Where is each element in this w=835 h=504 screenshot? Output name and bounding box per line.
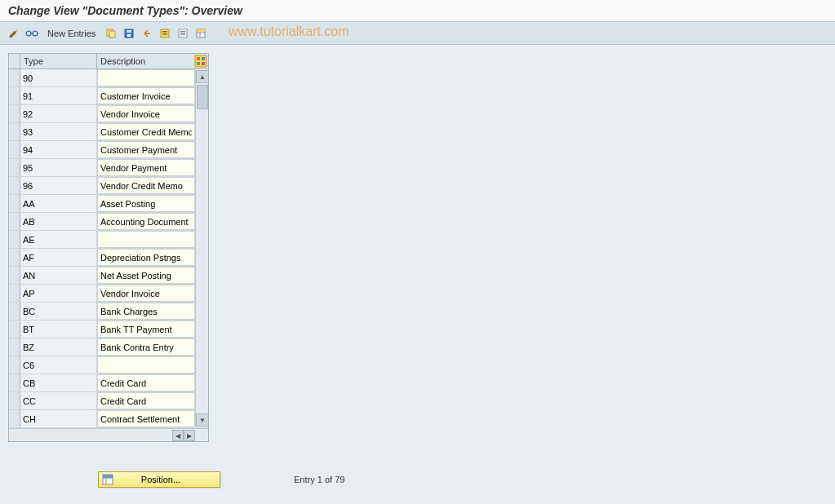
description-input[interactable] [97, 249, 195, 266]
undo-icon[interactable] [140, 26, 154, 41]
cell-type: 90 [20, 69, 97, 86]
table-config-icon[interactable] [194, 55, 207, 68]
table-body: 90919293949596AAABAEAFANAPBCBTBZC6CBCCCH [9, 69, 208, 428]
scroll-up-button[interactable]: ▲ [196, 70, 209, 83]
description-input[interactable] [97, 285, 195, 302]
scroll-right-button[interactable]: ▶ [184, 430, 195, 441]
position-button[interactable]: Position... [98, 471, 220, 488]
row-selector[interactable] [9, 123, 20, 140]
table-row: CH [9, 410, 208, 428]
copy-icon[interactable] [104, 26, 118, 41]
svg-rect-7 [127, 34, 131, 37]
description-input[interactable] [97, 267, 195, 284]
table-row: BT [9, 321, 208, 338]
row-selector[interactable] [9, 87, 20, 104]
description-input[interactable] [97, 374, 195, 391]
description-input[interactable] [97, 105, 195, 122]
table-row: AP [9, 285, 208, 303]
description-input[interactable] [97, 213, 195, 230]
cell-description [97, 374, 195, 391]
cell-description [97, 195, 195, 212]
table-row: AN [9, 267, 208, 285]
data-table: Type Description 90919293949596AAABAEAFA… [8, 53, 209, 442]
cell-type: BC [20, 303, 97, 320]
svg-rect-9 [162, 31, 167, 33]
description-input[interactable] [97, 303, 195, 320]
table-row: 90 [9, 69, 208, 87]
table-row: AB [9, 213, 208, 231]
table-row: 96 [9, 177, 208, 195]
column-header-type[interactable]: Type [20, 54, 97, 69]
svg-rect-19 [197, 57, 200, 60]
row-selector[interactable] [9, 69, 20, 86]
table-row: BC [9, 303, 208, 321]
footer: Position... Entry 1 of 79 [0, 471, 835, 488]
row-selector[interactable] [9, 356, 20, 374]
change-icon[interactable] [7, 26, 21, 41]
description-input[interactable] [97, 123, 195, 140]
select-all-column[interactable] [9, 54, 20, 69]
row-selector[interactable] [9, 374, 20, 391]
cell-type: 96 [20, 177, 97, 194]
row-selector[interactable] [9, 303, 20, 320]
row-selector[interactable] [9, 159, 20, 176]
cell-description [97, 231, 195, 248]
svg-rect-4 [109, 31, 115, 38]
table-settings-icon[interactable] [193, 26, 208, 41]
cell-type: AB [20, 213, 97, 230]
description-input[interactable] [97, 69, 195, 86]
row-selector[interactable] [9, 177, 20, 194]
scroll-left-button[interactable]: ◀ [172, 430, 184, 441]
scroll-down-button[interactable]: ▼ [196, 413, 209, 427]
cell-description [97, 303, 195, 320]
scroll-thumb[interactable] [197, 85, 208, 109]
description-input[interactable] [97, 195, 195, 212]
glasses-icon[interactable] [24, 26, 39, 41]
row-selector[interactable] [9, 105, 20, 122]
svg-rect-6 [127, 30, 131, 33]
description-input[interactable] [97, 321, 195, 338]
select-all-icon[interactable] [158, 26, 172, 41]
description-input[interactable] [97, 231, 195, 248]
cell-type: 95 [20, 159, 97, 176]
vertical-scrollbar[interactable]: ▲ ▼ [195, 70, 208, 427]
description-input[interactable] [97, 410, 195, 427]
cell-type: CH [20, 410, 97, 427]
table-row: AA [9, 195, 208, 213]
row-selector[interactable] [9, 338, 20, 356]
description-input[interactable] [97, 356, 195, 374]
row-selector[interactable] [9, 267, 20, 284]
description-input[interactable] [97, 159, 195, 176]
table-row: C6 [9, 356, 208, 374]
row-selector[interactable] [9, 321, 20, 338]
cell-type: AP [20, 285, 97, 302]
row-selector[interactable] [9, 410, 20, 427]
cell-description [97, 87, 195, 104]
column-header-description[interactable]: Description [97, 54, 195, 69]
save-icon[interactable] [122, 26, 136, 41]
row-selector[interactable] [9, 249, 20, 266]
cell-type: 91 [20, 87, 97, 104]
row-selector[interactable] [9, 231, 20, 248]
row-selector[interactable] [9, 285, 20, 302]
horizontal-scrollbar[interactable]: ◀ ▶ [9, 428, 208, 441]
description-input[interactable] [97, 338, 195, 356]
description-input[interactable] [97, 177, 195, 194]
description-input[interactable] [97, 87, 195, 104]
row-selector[interactable] [9, 392, 20, 409]
position-label: Position... [118, 475, 203, 484]
page-title: Change View "Document Types": Overview [0, 0, 835, 22]
description-input[interactable] [97, 141, 195, 158]
deselect-all-icon[interactable] [175, 26, 190, 41]
row-selector[interactable] [9, 141, 20, 158]
row-selector[interactable] [9, 195, 20, 212]
new-entries-button[interactable]: New Entries [42, 27, 100, 40]
table-row: AE [9, 231, 208, 249]
table-row: 95 [9, 159, 208, 177]
row-selector[interactable] [9, 213, 20, 230]
cell-type: BZ [20, 338, 97, 356]
cell-type: BT [20, 321, 97, 338]
description-input[interactable] [97, 392, 195, 409]
cell-description [97, 159, 195, 176]
cell-type: 94 [20, 141, 97, 158]
